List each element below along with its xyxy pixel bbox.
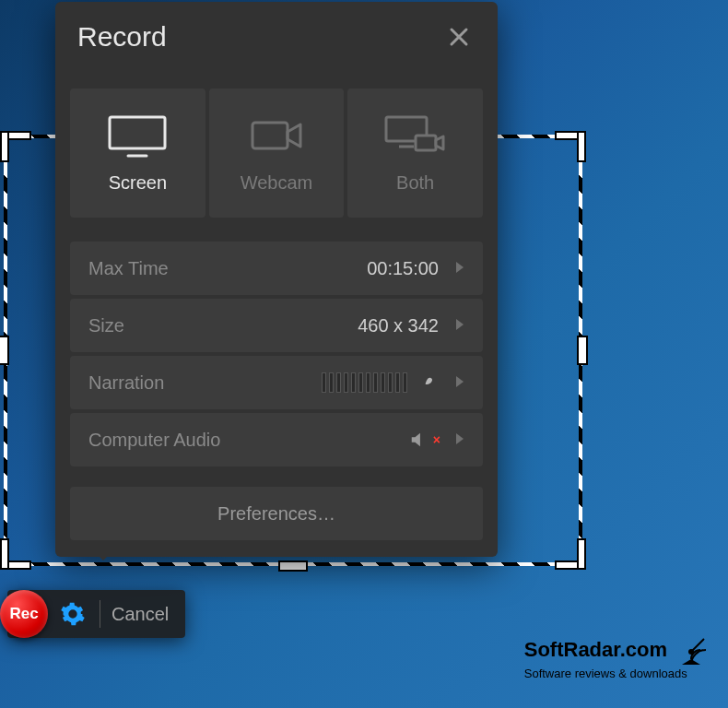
- svg-rect-0: [110, 117, 165, 148]
- source-both-label: Both: [396, 172, 434, 194]
- resize-handle-right[interactable]: [579, 337, 586, 363]
- source-screen[interactable]: Screen: [70, 88, 205, 218]
- vu-meter: [322, 372, 407, 393]
- row-max-time[interactable]: Max Time 00:15:00: [70, 242, 483, 295]
- resize-handle-tr[interactable]: [557, 133, 584, 160]
- chevron-right-icon: [454, 431, 465, 446]
- svg-rect-5: [416, 136, 436, 150]
- source-screen-label: Screen: [109, 172, 167, 194]
- toolbar-separator: [100, 600, 100, 628]
- close-button[interactable]: [440, 18, 477, 55]
- panel-title: Record: [77, 21, 167, 53]
- size-expand[interactable]: [444, 315, 476, 336]
- narration-expand[interactable]: [444, 372, 476, 394]
- microphone-icon: [417, 372, 440, 393]
- row-narration[interactable]: Narration: [70, 356, 483, 409]
- chevron-right-icon: [454, 260, 465, 275]
- max-time-value: 00:15:00: [367, 258, 444, 279]
- radar-icon: [673, 631, 710, 668]
- resize-handle-left[interactable]: [0, 337, 7, 363]
- row-size[interactable]: Size 460 x 342: [70, 299, 483, 352]
- screen-icon: [104, 113, 170, 158]
- record-button[interactable]: Rec: [0, 590, 48, 638]
- source-selector: Screen Webcam Both: [70, 88, 483, 218]
- watermark-tagline: Software reviews & downloads: [524, 667, 710, 680]
- recorder-toolbar: Rec Cancel: [7, 590, 185, 638]
- webcam-icon: [243, 113, 310, 158]
- row-computer-audio[interactable]: Computer Audio ×: [70, 413, 483, 466]
- panel-header: Record: [55, 2, 498, 63]
- size-value: 460 x 342: [358, 315, 444, 336]
- record-button-label: Rec: [9, 605, 38, 623]
- settings-button[interactable]: [57, 598, 88, 630]
- cancel-button[interactable]: Cancel: [108, 604, 172, 625]
- resize-handle-br[interactable]: [557, 540, 584, 568]
- close-icon: [448, 26, 470, 48]
- speaker-muted-icon: [407, 430, 431, 450]
- preferences-label: Preferences…: [217, 503, 335, 525]
- computer-audio-expand[interactable]: [444, 430, 476, 451]
- source-webcam-label: Webcam: [241, 172, 313, 194]
- chevron-right-icon: [454, 317, 465, 332]
- cancel-button-label: Cancel: [112, 604, 169, 624]
- preferences-button[interactable]: Preferences…: [70, 487, 483, 540]
- both-icon: [382, 113, 449, 158]
- watermark: SoftRadar.com Software reviews & downloa…: [524, 631, 710, 680]
- watermark-name: SoftRadar.com: [524, 638, 667, 662]
- chevron-right-icon: [454, 374, 465, 389]
- source-both[interactable]: Both: [347, 88, 483, 218]
- size-label: Size: [88, 315, 124, 336]
- max-time-label: Max Time: [88, 258, 169, 279]
- resize-handle-bottom[interactable]: [280, 562, 306, 570]
- muted-indicator: ×: [433, 432, 440, 447]
- max-time-expand[interactable]: [444, 258, 476, 279]
- narration-label: Narration: [88, 372, 164, 394]
- record-panel: Record Screen Webcam: [55, 2, 498, 557]
- resize-handle-bl[interactable]: [2, 540, 29, 568]
- svg-rect-2: [252, 123, 288, 148]
- computer-audio-label: Computer Audio: [88, 430, 220, 451]
- gear-icon: [60, 601, 86, 627]
- resize-handle-tl[interactable]: [2, 133, 29, 160]
- source-webcam[interactable]: Webcam: [209, 88, 345, 218]
